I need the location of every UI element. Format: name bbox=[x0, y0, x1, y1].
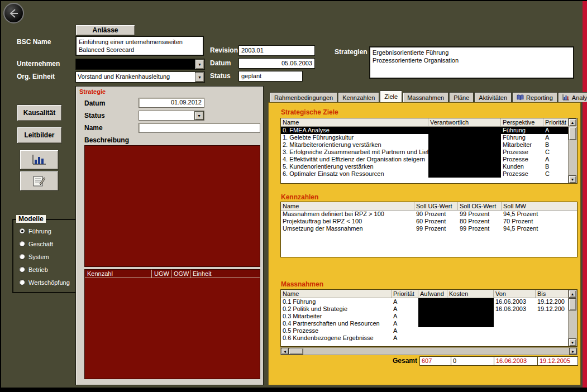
cell-verantwortlich[interactable] bbox=[428, 127, 501, 134]
cell-von[interactable] bbox=[494, 334, 536, 342]
chevron-down-icon[interactable]: ▼ bbox=[195, 72, 204, 82]
cell-kosten[interactable] bbox=[447, 334, 494, 342]
column-header[interactable]: Soll UG-Wert bbox=[414, 202, 458, 210]
scroll-thumb[interactable] bbox=[569, 127, 576, 140]
cell-prioritaet[interactable]: C bbox=[543, 149, 569, 156]
scroll-down-button[interactable]: ▼ bbox=[569, 175, 576, 183]
table-row[interactable]: 6. Optimaler Einsatz von RessourcenProze… bbox=[281, 170, 577, 178]
cell-name[interactable]: 0.5 Prozesse bbox=[281, 327, 392, 334]
tab-analysen[interactable]: Analysen bbox=[558, 92, 587, 102]
chevron-down-icon[interactable]: ▼ bbox=[194, 111, 204, 120]
cell-name[interactable]: 0.6 Kundenbezogene Ergebnisse bbox=[281, 334, 392, 342]
cell-name[interactable]: 2. Mitarbeiterorientierung verstärken bbox=[281, 141, 428, 149]
unternehmen-dropdown[interactable]: ▼ bbox=[75, 59, 205, 70]
column-header[interactable]: Soll MW bbox=[502, 202, 578, 210]
kausalitaet-button[interactable]: Kausalität bbox=[17, 104, 62, 121]
scroll-right-button[interactable]: ► bbox=[569, 348, 577, 355]
strategie-status-dropdown[interactable]: ▼ bbox=[139, 111, 204, 121]
cell-prioritaet[interactable]: C bbox=[543, 170, 569, 178]
cell-perspektive[interactable]: Mitarbeiter bbox=[501, 141, 543, 149]
table-row[interactable]: Massnahmen definiert bei RPZ > 10090 Pro… bbox=[281, 211, 577, 218]
cell-kosten[interactable] bbox=[447, 313, 494, 320]
cell-bis[interactable] bbox=[536, 327, 569, 334]
cell-name[interactable]: 0.1 Führung bbox=[281, 298, 392, 305]
cell-name[interactable]: 6. Optimaler Einsatz von Ressourcen bbox=[281, 170, 428, 178]
tab-reporting[interactable]: Reporting bbox=[512, 92, 557, 102]
cell-bis[interactable]: 19.12.200 bbox=[536, 298, 569, 305]
cell-verantwortlich[interactable] bbox=[428, 170, 501, 178]
column-header[interactable]: UGW bbox=[152, 270, 171, 278]
cell-perspektive[interactable]: Prozesse bbox=[501, 170, 543, 178]
cell-bis[interactable] bbox=[536, 320, 569, 327]
cell[interactable]: 94,5 Prozent bbox=[502, 225, 578, 232]
cell-von[interactable] bbox=[494, 327, 536, 334]
column-header[interactable]: Kosten bbox=[447, 290, 494, 298]
column-header[interactable]: Verantwortlich bbox=[428, 118, 501, 126]
cell-von[interactable]: 16.06.2003 bbox=[494, 298, 536, 305]
ziele-vscrollbar[interactable]: ▲ ▼ bbox=[568, 118, 577, 183]
cell-prioritaet[interactable]: B bbox=[543, 163, 569, 170]
column-header[interactable]: Kennzahl bbox=[85, 270, 152, 278]
ziele-table[interactable]: ▲ ▼ NameVerantwortlichPerspektivePriorit… bbox=[280, 118, 578, 184]
tab-aktivitaeten[interactable]: Aktivitäten bbox=[474, 92, 512, 102]
kennzahl-mini-table[interactable]: KennzahlUGWOGWEinheit bbox=[84, 269, 260, 379]
cell[interactable]: 70 Prozent bbox=[502, 218, 578, 225]
anlaesse-button[interactable]: Anlässe bbox=[75, 25, 135, 36]
revision-field[interactable]: 2003.01 bbox=[238, 45, 315, 56]
back-button[interactable] bbox=[3, 3, 24, 23]
table-row[interactable]: Umsetzung der Massnahmen99 Prozent99 Pro… bbox=[281, 225, 577, 232]
radio-fuehrung[interactable]: Führung bbox=[13, 224, 77, 237]
cell-kosten[interactable] bbox=[447, 320, 494, 327]
org-einheit-dropdown[interactable]: Vorstand und Krankenhausleitung ▼ bbox=[75, 71, 205, 83]
leitbilder-button[interactable]: Leitbilder bbox=[17, 127, 62, 144]
scroll-down-button[interactable]: ▼ bbox=[569, 338, 576, 346]
cell-prioritaet[interactable]: A bbox=[392, 313, 418, 320]
table-row[interactable]: 1. Gelebte FührungskulturFührungA bbox=[281, 134, 577, 141]
cell-aufwand[interactable] bbox=[418, 327, 447, 334]
cell-von[interactable] bbox=[494, 313, 536, 320]
column-header[interactable]: Von bbox=[494, 290, 536, 298]
column-header[interactable]: Einheit bbox=[190, 270, 260, 278]
cell-prioritaet[interactable]: A bbox=[392, 298, 418, 305]
column-header[interactable]: Name bbox=[281, 290, 392, 298]
table-row[interactable]: 0.6 Kundenbezogene ErgebnisseA bbox=[281, 334, 577, 342]
strategie-datum-field[interactable]: 01.09.2012 bbox=[139, 98, 204, 108]
column-header[interactable]: Perspektive bbox=[501, 118, 543, 126]
cell[interactable]: 99 Prozent bbox=[458, 225, 502, 232]
cell-kosten[interactable] bbox=[447, 298, 494, 305]
cell-verantwortlich[interactable] bbox=[428, 149, 501, 156]
massnahmen-vscrollbar[interactable]: ▲ ▼ bbox=[568, 290, 577, 346]
column-header[interactable]: OGW bbox=[171, 270, 190, 278]
cell-von[interactable] bbox=[494, 320, 536, 327]
massnahmen-hscrollbar[interactable]: ◄ ► bbox=[280, 347, 578, 355]
cell-name[interactable]: 0.2 Politik und Strategie bbox=[281, 305, 392, 313]
scroll-thumb[interactable] bbox=[289, 348, 303, 355]
cell-kosten[interactable] bbox=[447, 305, 494, 313]
cell[interactable]: 90 Prozent bbox=[414, 211, 458, 218]
cell-bis[interactable] bbox=[536, 334, 569, 342]
cell-prioritaet[interactable]: A bbox=[392, 327, 418, 334]
table-row[interactable]: 0.5 ProzesseA bbox=[281, 327, 577, 334]
cell[interactable]: 99 Prozent bbox=[458, 211, 502, 218]
cell[interactable]: 60 Prozent bbox=[414, 218, 458, 225]
massnahmen-table[interactable]: ▲ ▼ NamePrioritätAufwandKostenVonBis0.1 … bbox=[280, 289, 578, 347]
cell-prioritaet[interactable]: A bbox=[543, 134, 569, 141]
radio-betrieb[interactable]: Betrieb bbox=[13, 263, 77, 276]
tab-ziele[interactable]: Ziele bbox=[380, 90, 402, 102]
strategie-name-field[interactable] bbox=[139, 123, 260, 133]
cell-aufwand[interactable] bbox=[418, 334, 447, 342]
chevron-down-icon[interactable]: ▼ bbox=[195, 59, 204, 69]
cell[interactable]: Umsetzung der Massnahmen bbox=[281, 225, 414, 232]
table-row[interactable]: 4. Effektivität und Effizienz der Organi… bbox=[281, 156, 577, 163]
radio-geschaeft[interactable]: Geschäft bbox=[13, 237, 77, 250]
cell-kosten[interactable] bbox=[447, 327, 494, 334]
cell-prioritaet[interactable]: A bbox=[392, 320, 418, 327]
cell-perspektive[interactable]: Prozesse bbox=[501, 149, 543, 156]
status-field[interactable]: geplant bbox=[238, 71, 303, 82]
kennzahlen-table[interactable]: NameSoll UG-WertSoll OG-WertSoll MWMassn… bbox=[280, 202, 578, 257]
cell-perspektive[interactable]: Prozesse bbox=[501, 156, 543, 163]
cell-von[interactable]: 16.06.2003 bbox=[494, 305, 536, 313]
tab-plaene[interactable]: Pläne bbox=[449, 92, 474, 102]
table-row[interactable]: 0.3 MitarbeiterA bbox=[281, 313, 577, 320]
cell-aufwand[interactable] bbox=[418, 320, 447, 327]
